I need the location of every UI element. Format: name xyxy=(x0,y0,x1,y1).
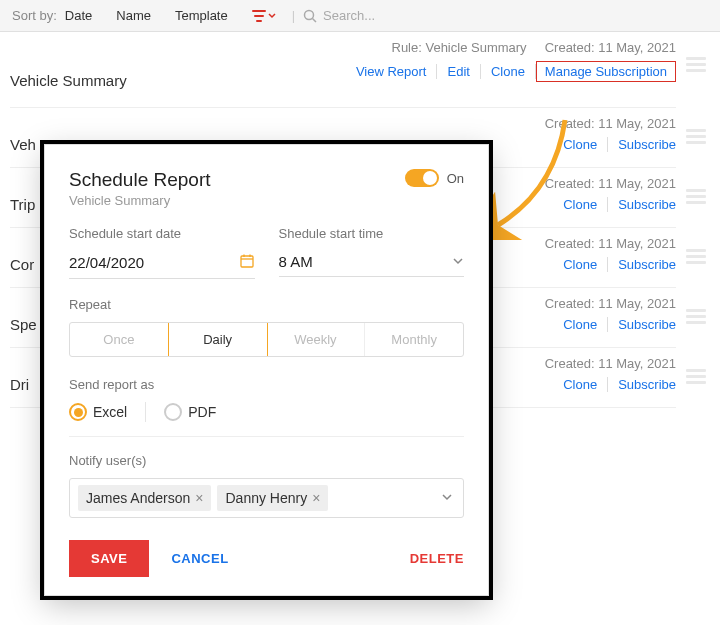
drag-handle-icon[interactable] xyxy=(686,54,710,78)
subscribe-link[interactable]: Subscribe xyxy=(608,137,676,152)
clone-link[interactable]: Clone xyxy=(553,377,608,392)
search-icon xyxy=(303,9,317,23)
start-time-label: Shedule start time xyxy=(279,226,465,241)
subscribe-link[interactable]: Subscribe xyxy=(608,257,676,272)
svg-line-1 xyxy=(313,18,317,22)
view-report-link[interactable]: View Report xyxy=(346,64,438,79)
schedule-report-modal: Schedule Report Vehicle Summary On Sched… xyxy=(44,144,489,596)
report-row: Vehicle Summary Rule: Vehicle Summary Cr… xyxy=(10,36,676,108)
clone-link[interactable]: Clone xyxy=(553,197,608,212)
sort-date[interactable]: Date xyxy=(65,8,92,23)
subscribe-link[interactable]: Subscribe xyxy=(608,377,676,392)
chevron-down-icon xyxy=(452,253,464,270)
rule-label: Rule: Vehicle Summary xyxy=(392,40,527,55)
modal-subtitle: Vehicle Summary xyxy=(69,193,464,208)
clone-link[interactable]: Clone xyxy=(553,257,608,272)
chevron-down-icon xyxy=(441,489,453,507)
start-date-input[interactable]: 22/04/2020 xyxy=(69,249,255,279)
clone-link[interactable]: Clone xyxy=(553,137,608,152)
drag-handle-icon[interactable] xyxy=(686,306,710,330)
user-chip: James Anderson× xyxy=(78,485,211,511)
sort-template[interactable]: Template xyxy=(175,8,228,23)
edit-link[interactable]: Edit xyxy=(437,64,480,79)
filter-icon[interactable] xyxy=(252,9,276,23)
remove-chip-icon[interactable]: × xyxy=(312,490,320,506)
toolbar-separator: | xyxy=(292,8,295,23)
svg-rect-2 xyxy=(241,256,253,267)
save-button[interactable]: SAVE xyxy=(69,540,149,577)
start-date-label: Schedule start date xyxy=(69,226,255,241)
calendar-icon xyxy=(239,253,255,272)
report-title: Vehicle Summary xyxy=(10,72,127,89)
clone-link[interactable]: Clone xyxy=(481,64,536,79)
notify-label: Notify user(s) xyxy=(69,453,464,468)
sort-name[interactable]: Name xyxy=(116,8,151,23)
format-pdf-radio[interactable]: PDF xyxy=(164,403,216,421)
repeat-segmented: Once Daily Weekly Monthly xyxy=(69,322,464,357)
created-date: 11 May, 2021 xyxy=(598,40,676,55)
clone-link[interactable]: Clone xyxy=(553,317,608,332)
notify-users-select[interactable]: James Anderson× Danny Henry× xyxy=(69,478,464,518)
toolbar: Sort by: Date Name Template | Search... xyxy=(0,0,720,32)
repeat-weekly[interactable]: Weekly xyxy=(267,323,366,356)
manage-subscription-link[interactable]: Manage Subscription xyxy=(536,61,676,82)
drag-handle-icon[interactable] xyxy=(686,186,710,210)
user-chip: Danny Henry× xyxy=(217,485,328,511)
remove-chip-icon[interactable]: × xyxy=(195,490,203,506)
repeat-once[interactable]: Once xyxy=(70,323,169,356)
svg-point-0 xyxy=(305,10,314,19)
drag-handle-icon[interactable] xyxy=(686,366,710,390)
toggle-label: On xyxy=(447,171,464,186)
subscribe-link[interactable]: Subscribe xyxy=(608,197,676,212)
created-label: Created: xyxy=(545,40,595,55)
format-excel-radio[interactable]: Excel xyxy=(69,403,127,421)
repeat-monthly[interactable]: Monthly xyxy=(365,323,463,356)
sortby-label: Sort by: xyxy=(12,8,57,23)
send-as-label: Send report as xyxy=(69,377,464,392)
subscribe-link[interactable]: Subscribe xyxy=(608,317,676,332)
drag-handle-icon[interactable] xyxy=(686,246,710,270)
delete-button[interactable]: DELETE xyxy=(410,551,464,566)
start-time-select[interactable]: 8 AM xyxy=(279,249,465,277)
repeat-daily[interactable]: Daily xyxy=(168,322,268,357)
schedule-toggle[interactable] xyxy=(405,169,439,187)
search-input[interactable]: Search... xyxy=(303,8,375,23)
cancel-button[interactable]: CANCEL xyxy=(171,551,228,566)
drag-handle-icon[interactable] xyxy=(686,126,710,150)
repeat-label: Repeat xyxy=(69,297,464,312)
